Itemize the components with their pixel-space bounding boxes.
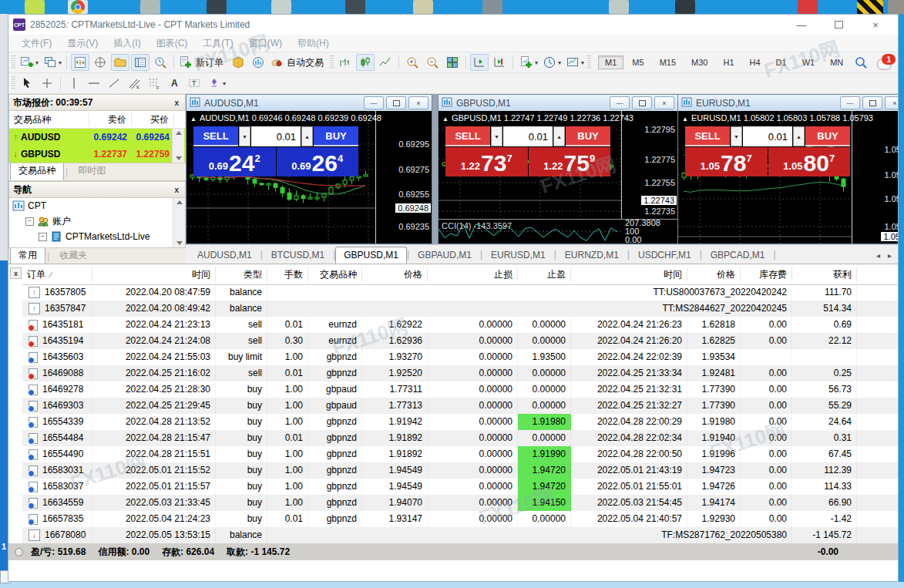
timeframe-mn[interactable]: MN [823, 55, 850, 69]
terminal-column-6[interactable]: 止损 [428, 267, 518, 281]
profiles-button[interactable] [41, 54, 59, 71]
search-icon[interactable] [852, 54, 870, 71]
terminal-column-8[interactable]: 时间 [571, 267, 687, 281]
vertical-line-tool[interactable] [65, 75, 83, 92]
indicators-button[interactable] [517, 54, 536, 71]
volume-input[interactable]: 0.01 [503, 126, 553, 146]
zoom-in-button[interactable] [403, 54, 422, 71]
tree-expander-icon[interactable]: − [39, 233, 47, 241]
market-watch-toggle[interactable] [71, 54, 89, 71]
navigator-item-cpt[interactable]: CPT [9, 198, 185, 213]
tab-scroll-right-icon[interactable]: ▸ [888, 251, 892, 260]
table-row[interactable]: 165830312022.05.01 21:15:52buy1.00gbpnzd… [22, 462, 898, 479]
zoom-out-button[interactable] [423, 54, 442, 71]
scroll-up-icon[interactable] [176, 131, 182, 135]
chart-shift-button[interactable] [490, 54, 509, 71]
text-tool[interactable]: A [165, 75, 183, 92]
scroll-down-icon[interactable] [176, 156, 182, 160]
channel-tool[interactable]: E [125, 75, 143, 92]
trendline-tool[interactable] [105, 75, 123, 92]
quote-scrollbar[interactable] [172, 129, 184, 163]
menu-item-6[interactable]: 帮助(H) [291, 35, 336, 52]
table-row[interactable]: 165544842022.04.28 21:15:47buy0.01gbpnzd… [22, 430, 898, 446]
table-row[interactable]: ↑163578472022.04.20 08:49:42balanceTT:MS… [22, 301, 898, 317]
timeframe-d1[interactable]: D1 [769, 55, 794, 69]
table-row[interactable]: 164690882022.04.25 21:16:02sell0.01gbpnz… [22, 365, 898, 381]
tile-windows-button[interactable] [443, 54, 462, 71]
terminal-column-9[interactable]: 价格 [687, 267, 741, 281]
chart-tab-gbpaud[interactable]: GBPAUD,M1 [409, 247, 480, 264]
menu-item-2[interactable]: 插入(I) [106, 35, 147, 52]
chart-close-button[interactable]: × [885, 96, 898, 109]
table-row[interactable]: 164692782022.04.25 21:28:30buy1.00gbpaud… [22, 381, 898, 398]
table-row[interactable]: 165830372022.05.01 21:15:57buy1.00gbpnzd… [22, 479, 898, 495]
auto-scroll-button[interactable] [470, 54, 489, 71]
chart-window-gbpusd[interactable]: GBPUSD,M1—×1.227951.227751.227551.227351… [438, 94, 678, 244]
chart-tab-gbpusd[interactable]: GBPUSD,M1 [335, 247, 407, 264]
terminal-column-0[interactable]: 订单∕ [22, 267, 92, 281]
table-row[interactable]: 166578352022.05.04 21:24:23buy0.01gbpnzd… [22, 511, 898, 527]
autotrading-button[interactable]: 自动交易 [268, 55, 328, 70]
timeframe-m30[interactable]: M30 [684, 55, 714, 69]
volume-decrease-button[interactable]: ▼ [491, 126, 502, 146]
menu-item-3[interactable]: 图表(C) [150, 35, 195, 52]
templates-button[interactable] [563, 54, 582, 71]
sell-price-display[interactable]: 0.69242 [193, 147, 276, 176]
chart-tab-audusd[interactable]: AUDUSD,M1 [189, 247, 260, 264]
strategy-tester-button[interactable] [151, 54, 170, 71]
terminal-toggle[interactable] [131, 54, 150, 71]
chart-restore-button[interactable] [632, 96, 652, 109]
terminal-column-7[interactable]: 止盈 [518, 267, 571, 281]
terminal-column-3[interactable]: 手数 [267, 267, 308, 281]
quote-column-2[interactable]: 买价 [132, 113, 174, 126]
volume-increase-button[interactable]: ▲ [301, 126, 313, 146]
chart-restore-button[interactable] [386, 96, 406, 109]
arrows-tool[interactable] [205, 75, 223, 92]
terminal-column-2[interactable]: 类型 [216, 267, 267, 281]
data-window-button[interactable] [91, 54, 109, 71]
volume-input[interactable]: 0.01 [743, 126, 792, 146]
chart-tab-eurusd[interactable]: EURUSD,M1 [482, 247, 554, 264]
navigator-tab-1[interactable]: 收藏夹 [51, 247, 96, 265]
timeframe-h4[interactable]: H4 [743, 55, 768, 69]
tree-expander-icon[interactable]: − [25, 217, 34, 226]
chart-tab-usdchf[interactable]: USDCHF,M1 [630, 247, 700, 264]
dropdown-caret[interactable]: ▾ [535, 59, 538, 66]
navigator-tab-0[interactable]: 常用 [10, 247, 45, 265]
table-row[interactable]: ↑163578052022.04.20 08:47:59balanceTT:US… [22, 284, 898, 301]
new-order-button[interactable]: 新订单 [177, 55, 228, 70]
market-watch-tab-0[interactable]: 交易品种 [10, 162, 64, 180]
dropdown-caret[interactable]: ▾ [59, 59, 62, 66]
periods-button[interactable] [540, 54, 559, 71]
bar-chart-type-button[interactable] [336, 54, 355, 71]
timeframe-m1[interactable]: M1 [598, 55, 623, 69]
menu-item-5[interactable]: 窗口(W) [242, 35, 289, 52]
sell-price-display[interactable]: 1.22737 [445, 147, 528, 176]
navigator-scrollbar[interactable] [173, 198, 185, 247]
navigator-item--[interactable]: −账户 [9, 213, 185, 229]
candlestick-type-button[interactable] [356, 54, 375, 71]
expand-info-icon[interactable]: ▲ [682, 116, 688, 123]
buy-button[interactable]: BUY [566, 126, 610, 146]
terminal-close-button[interactable]: x [10, 267, 22, 279]
sell-price-display[interactable]: 1.05787 [685, 147, 768, 176]
sell-button[interactable]: SELL [445, 126, 490, 146]
terminal-column-10[interactable]: 库存费 [741, 267, 792, 281]
menu-item-0[interactable]: 文件(F) [15, 35, 59, 52]
chart-restore-button[interactable] [862, 96, 882, 109]
chart-close-button[interactable]: × [408, 96, 428, 109]
metaquotes-language-button[interactable] [249, 54, 267, 71]
terminal-column-4[interactable]: 交易品种 [308, 267, 362, 281]
table-row[interactable]: 164351812022.04.24 21:23:13sell0.01eurnz… [22, 317, 898, 333]
buy-price-display[interactable]: 1.22759 [529, 147, 611, 176]
crosshair-tool[interactable] [38, 75, 56, 92]
quote-row-gbpusd[interactable]: ↓GBPUSD1.227371.22759 [9, 146, 185, 163]
volume-increase-button[interactable]: ▲ [793, 126, 805, 146]
dropdown-caret[interactable]: ▾ [35, 59, 39, 66]
table-row[interactable]: 164693032022.04.25 21:29:45buy1.00gbpaud… [22, 398, 898, 414]
navigator-toggle[interactable] [111, 54, 129, 71]
expand-info-icon[interactable]: ▲ [190, 116, 197, 123]
menu-item-1[interactable]: 显示(V) [60, 35, 105, 52]
label-tool[interactable]: T [185, 75, 203, 92]
table-row[interactable]: 165543392022.04.28 21:13:52buy1.00gbpnzd… [22, 414, 898, 430]
